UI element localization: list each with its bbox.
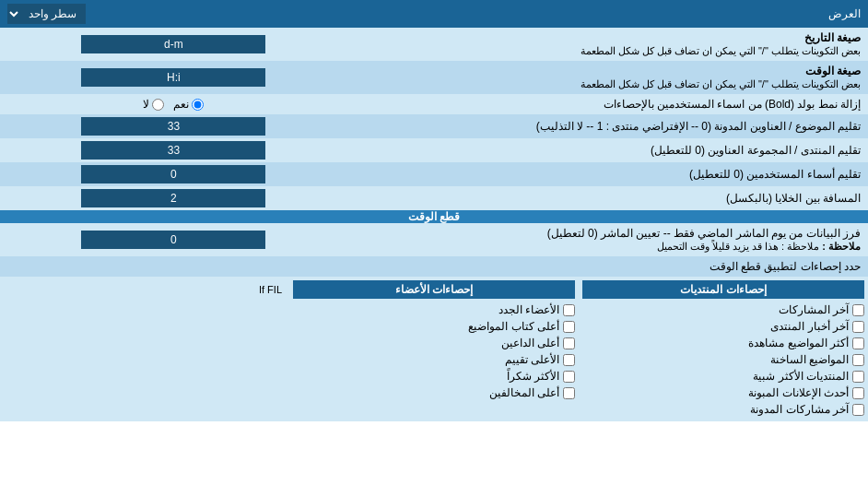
gap-cells-label: المسافة بين الخلايا (بالبكسل) — [347, 186, 868, 210]
extra-col: If FIL — [0, 277, 289, 421]
stat-item: أعلى المخالفين — [293, 385, 575, 401]
radio-no-label: لا — [143, 98, 164, 111]
gap-cells-input[interactable] — [81, 189, 265, 207]
radio-no-text: لا — [143, 98, 149, 111]
forum-members-cell — [0, 138, 347, 162]
display-mode-select[interactable]: سطر واحد — [7, 4, 86, 24]
stat-item: الأكثر شكراً — [293, 368, 575, 385]
stat-checkbox[interactable] — [852, 321, 864, 333]
forum-stats-title: إحصاءات المنتديات — [582, 280, 864, 299]
trim-users-label: تقليم أسماء المستخدمين (0 للتعطيل) — [347, 162, 868, 186]
radio-yes-label: نعم — [173, 98, 204, 111]
bold-remove-label: إزالة نمط بولد (Bold) من اسماء المستخدمي… — [347, 94, 868, 114]
date-format-label: صيغة التاريخ بعض التكوينات يتطلب "/" الت… — [347, 28, 868, 61]
forum-subject-label: تقليم الموضوع / العناوين المدونة (0 -- ا… — [347, 114, 868, 138]
stat-item: أحدث الإعلانات المبونة — [582, 385, 864, 401]
stat-checkbox[interactable] — [563, 354, 575, 366]
date-format-cell — [0, 28, 347, 61]
stat-item: آخر مشاركات المدونة — [582, 401, 864, 418]
stat-item: الأعلى تقييم — [293, 351, 575, 368]
stat-checkbox[interactable] — [852, 304, 864, 316]
stat-checkbox[interactable] — [852, 371, 864, 383]
stat-checkbox[interactable] — [852, 387, 864, 399]
stat-item: آخر المشاركات — [582, 302, 864, 318]
stat-item: أكثر المواضيع مشاهدة — [582, 335, 864, 351]
stat-item: المواضيع الساخنة — [582, 351, 864, 368]
page-title: العرض — [347, 0, 868, 28]
stat-item: آخر أخبار المنتدى — [582, 318, 864, 335]
forum-members-label: تقليم المنتدى / المجموعة العناوين (0 للت… — [347, 138, 868, 162]
time-format-input[interactable] — [81, 68, 265, 87]
stat-checkbox[interactable] — [852, 354, 864, 366]
cutoff-label: فرز البيانات من يوم الماشر الماضي فقط --… — [347, 223, 868, 256]
bold-remove-cell: نعم لا — [0, 94, 347, 114]
radio-no[interactable] — [152, 99, 164, 111]
trim-users-cell — [0, 162, 347, 186]
forum-subject-cell — [0, 114, 347, 138]
time-format-label: صيغة الوقت بعض التكوينات يتطلب "/" التي … — [347, 61, 868, 94]
stat-checkbox[interactable] — [563, 304, 575, 316]
cutoff-input[interactable] — [81, 231, 265, 249]
limit-label: حدد إحصاءات لتطبيق قطع الوقت — [0, 256, 868, 277]
cutoff-cell — [0, 223, 347, 256]
radio-yes-text: نعم — [173, 98, 189, 111]
forum-subject-input[interactable] — [81, 117, 265, 136]
forum-stats-col: إحصاءات المنتديات آخر المشاركات آخر أخبا… — [579, 277, 868, 421]
stat-checkbox[interactable] — [852, 404, 864, 416]
radio-yes[interactable] — [192, 99, 204, 111]
cutoff-section-title: قطع الوقت — [0, 210, 868, 223]
stat-checkbox[interactable] — [563, 337, 575, 349]
member-stats-title: إحصاءات الأعضاء — [293, 280, 575, 299]
date-format-input[interactable] — [81, 35, 265, 53]
stat-item: أعلى الداعين — [293, 335, 575, 351]
trim-users-input[interactable] — [81, 165, 265, 183]
time-format-cell — [0, 61, 347, 94]
stat-item: أعلى كتاب المواضيع — [293, 318, 575, 335]
stat-checkbox[interactable] — [563, 321, 575, 333]
stat-checkbox[interactable] — [852, 337, 864, 349]
footer-note: If FIL — [4, 280, 286, 299]
stat-checkbox[interactable] — [563, 387, 575, 399]
stat-checkbox[interactable] — [563, 371, 575, 383]
stat-item: الأعضاء الجدد — [293, 302, 575, 318]
forum-members-input[interactable] — [81, 141, 265, 160]
gap-cells-cell — [0, 186, 347, 210]
stat-item: المنتديات الأكثر شبية — [582, 368, 864, 385]
member-stats-col: إحصاءات الأعضاء الأعضاء الجدد أعلى كتاب … — [289, 277, 579, 421]
